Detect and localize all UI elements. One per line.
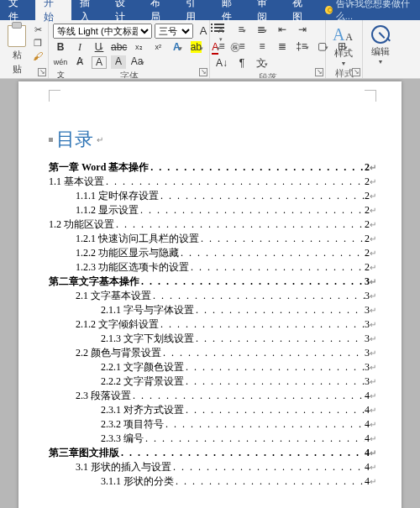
toc-entry[interactable]: 1.1 基本设置. . . . . . . . . . . . . . . . … — [49, 175, 376, 189]
toc-entry[interactable]: 2.1.2 文字倾斜设置. . . . . . . . . . . . . . … — [49, 317, 376, 332]
toc-leader: . . . . . . . . . . . . . . . . . . . . … — [194, 332, 365, 346]
toc-entry[interactable]: 1.1.1 定时保存设置. . . . . . . . . . . . . . … — [49, 189, 376, 203]
toc-leader: . . . . . . . . . . . . . . . . . . . . … — [151, 289, 365, 303]
toc-entry[interactable]: 第一章 Word 基本操作. . . . . . . . . . . . . .… — [49, 160, 376, 175]
toc-entry[interactable]: 2.2 颜色与背景设置. . . . . . . . . . . . . . .… — [49, 346, 376, 360]
tell-me[interactable]: 告诉我您想要做什么... — [325, 0, 420, 23]
font-name-select[interactable]: 等线 Light (中文标题) — [53, 24, 152, 39]
toc-entry[interactable]: 3.1.1 形状的分类. . . . . . . . . . . . . . .… — [49, 474, 376, 489]
tab-layout[interactable]: 布局 — [142, 0, 177, 20]
toc-entry[interactable]: 2.3.3 编号. . . . . . . . . . . . . . . . … — [49, 432, 376, 446]
tab-home[interactable]: 开始 — [35, 0, 71, 20]
italic-button[interactable]: I — [72, 41, 87, 55]
toc-entry[interactable]: 2.3.1 对齐方式设置. . . . . . . . . . . . . . … — [49, 403, 376, 417]
styles-label: 样式 — [334, 47, 353, 60]
toc-entry-text: 2.3.1 对齐方式设置 — [101, 403, 184, 417]
bold-button[interactable]: B — [53, 41, 68, 55]
strike-button[interactable]: abc — [111, 41, 127, 55]
tab-review[interactable]: 审阅 — [249, 0, 284, 20]
toc-entry[interactable]: 1.2.2 功能区显示与隐藏. . . . . . . . . . . . . … — [49, 246, 376, 260]
tab-view[interactable]: 视图 — [284, 0, 319, 20]
paragraph-launcher[interactable]: ↘ — [315, 68, 323, 76]
toc-entry[interactable]: 第三章图文排版. . . . . . . . . . . . . . . . .… — [49, 446, 376, 460]
copy-button[interactable]: ❐ — [32, 37, 44, 49]
superscript-button[interactable]: x² — [150, 41, 165, 55]
font-launcher[interactable]: ↘ — [199, 68, 207, 76]
toc-entry[interactable]: 1.2 功能区设置. . . . . . . . . . . . . . . .… — [49, 217, 376, 232]
toc-entry-text: 1.1.2 显示设置 — [76, 203, 139, 217]
align-left-button[interactable]: ≡ — [214, 40, 229, 54]
paragraph-mark-icon: ↵ — [370, 474, 376, 489]
phonetic-button[interactable]: wén文 — [53, 55, 68, 69]
highlight-button[interactable]: ab▾ — [189, 41, 204, 55]
font-size-select[interactable]: 三号 — [155, 24, 193, 39]
align-right-button[interactable]: ≡ — [255, 40, 270, 54]
char-border-button[interactable]: A — [92, 56, 107, 69]
change-case-button[interactable]: Aa▾ — [130, 55, 145, 69]
tab-design[interactable]: 设计 — [107, 0, 142, 20]
tab-insert[interactable]: 插入 — [71, 0, 107, 20]
margin-corner — [49, 90, 60, 102]
document-area[interactable]: 目录 ↵ 第一章 Word 基本操作. . . . . . . . . . . … — [0, 79, 420, 508]
paragraph-mark-icon: ↵ — [370, 203, 376, 217]
underline-button[interactable]: U▾ — [92, 41, 107, 55]
toc-body[interactable]: 第一章 Word 基本操作. . . . . . . . . . . . . .… — [49, 160, 376, 489]
group-clipboard: 粘 贴 ✂ ❐ 🖌 贴板 ↘ — [0, 20, 49, 78]
multilevel-button[interactable]: ≣▾ — [255, 24, 270, 37]
increase-indent-button[interactable]: ⇥ — [295, 24, 310, 37]
cut-button[interactable]: ✂ — [32, 24, 44, 35]
paragraph-mark-icon: ↵ — [370, 232, 376, 246]
char-shading-button[interactable]: A — [111, 55, 126, 69]
toc-entry-text: 1.1.1 定时保存设置 — [76, 189, 159, 203]
toc-entry[interactable]: 2.1.3 文字下划线设置. . . . . . . . . . . . . .… — [49, 332, 376, 346]
justify-button[interactable]: ≣ — [275, 40, 290, 54]
numbering-button[interactable]: ≡▾ — [234, 24, 249, 37]
toc-entry[interactable]: 2.3.2 项目符号. . . . . . . . . . . . . . . … — [49, 417, 376, 432]
tell-me-label: 告诉我您想要做什么... — [336, 0, 420, 23]
format-painter-button[interactable]: 🖌 — [32, 50, 44, 62]
toc-entry[interactable]: 2.2.2 文字背景设置. . . . . . . . . . . . . . … — [49, 374, 376, 389]
show-marks-button[interactable]: ¶ — [234, 57, 249, 71]
toc-title-text: 目录 — [56, 127, 93, 152]
paragraph-mark-icon: ↵ — [370, 417, 376, 432]
subscript-button[interactable]: x₂ — [131, 41, 146, 55]
group-paragraph: ▾ ≡▾ ≣▾ ⇤ ⇥ ≡ ≡ ≡ ≣ ‡≡▾ ▢▾ ⊞▾ A↓ ¶ 文▾ 段落 — [210, 20, 326, 78]
clear-format-button[interactable]: A̷ — [72, 55, 87, 69]
paragraph-mark-icon: ↵ — [370, 189, 376, 203]
bullets-button[interactable]: ▾ — [214, 24, 229, 37]
toc-entry[interactable]: 3.1 形状的插入与设置. . . . . . . . . . . . . . … — [49, 460, 376, 474]
tab-mail[interactable]: 邮件 — [213, 0, 249, 20]
tab-file[interactable]: 文件 — [0, 0, 35, 20]
toc-entry-text: 第二章文字基本操作 — [49, 275, 139, 289]
toc-title[interactable]: 目录 ↵ — [49, 127, 376, 152]
line-spacing-button[interactable]: ‡≡▾ — [295, 40, 310, 54]
toc-entry[interactable]: 1.2.1 快速访问工具栏的设置. . . . . . . . . . . . … — [49, 232, 376, 246]
paste-button[interactable]: 粘 贴 — [4, 24, 29, 76]
styles-button[interactable]: 样式 ▼ — [330, 24, 357, 66]
clipboard-icon — [8, 25, 26, 47]
sort-button[interactable]: A↓ — [214, 57, 229, 71]
toc-entry-text: 第一章 Word 基本操作 — [49, 160, 149, 175]
toc-entry[interactable]: 2.2.1 文字颜色设置. . . . . . . . . . . . . . … — [49, 360, 376, 374]
tab-references[interactable]: 引用 — [177, 0, 213, 20]
toc-entry-text: 2.2.1 文字颜色设置 — [101, 360, 184, 374]
editing-label: 编辑 — [371, 45, 390, 58]
styles-launcher[interactable]: ↘ — [352, 68, 360, 76]
toc-entry[interactable]: 2.1 文字基本设置. . . . . . . . . . . . . . . … — [49, 289, 376, 303]
decrease-indent-button[interactable]: ⇤ — [275, 24, 290, 37]
toc-entry[interactable]: 1.1.2 显示设置. . . . . . . . . . . . . . . … — [49, 203, 376, 217]
page[interactable]: 目录 ↵ 第一章 Word 基本操作. . . . . . . . . . . … — [18, 81, 402, 508]
toc-entry[interactable]: 1.2.3 功能区选项卡的设置. . . . . . . . . . . . .… — [49, 260, 376, 275]
align-center-button[interactable]: ≡ — [234, 40, 249, 54]
text-direction-button[interactable]: 文▾ — [255, 57, 270, 71]
toc-leader: . . . . . . . . . . . . . . . . . . . . … — [164, 417, 365, 432]
text-effects-button[interactable]: A▾ — [170, 41, 185, 55]
paste-label: 粘 — [13, 49, 22, 61]
grow-font-button[interactable]: A — [196, 24, 211, 38]
clipboard-launcher[interactable]: ↘ — [38, 68, 46, 76]
toc-entry[interactable]: 2.3 段落设置. . . . . . . . . . . . . . . . … — [49, 389, 376, 403]
toc-entry[interactable]: 第二章文字基本操作. . . . . . . . . . . . . . . .… — [49, 275, 376, 289]
toc-entry-text: 2.3.3 编号 — [101, 432, 144, 446]
toc-entry[interactable]: 2.1.1 字号与字体设置. . . . . . . . . . . . . .… — [49, 303, 376, 317]
editing-button[interactable]: 编辑 ▼ — [367, 24, 394, 65]
